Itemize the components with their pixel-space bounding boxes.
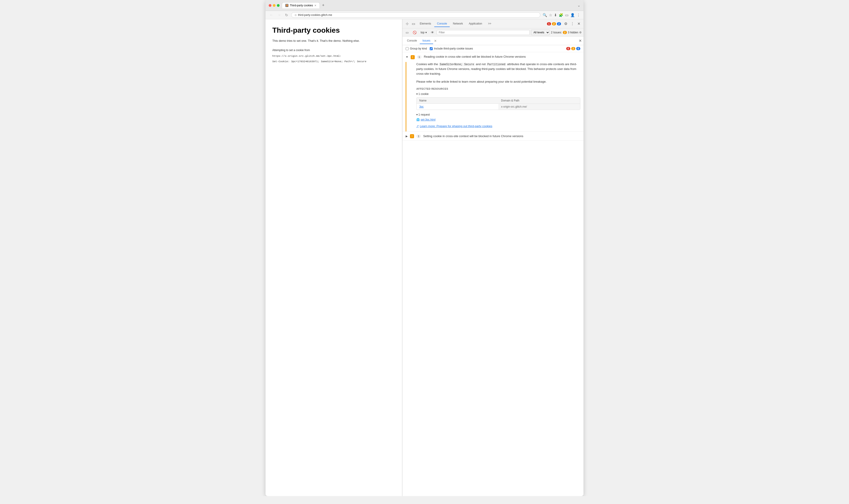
cookie-table-header: Name Domain & Path xyxy=(417,97,580,104)
issue-item-1: ▼ ! 1 Reading cookie in cross-site conte… xyxy=(403,52,583,132)
hidden-label: 3 hidden xyxy=(568,31,578,34)
clear-console-button[interactable]: 🚫 xyxy=(411,30,418,35)
nav-bar: ← → ↻ ⊙ third-party-cookies.glitch.me 🔍 … xyxy=(266,11,583,19)
cookie-table: Name Domain & Path 3pc x-origin-src.glit… xyxy=(416,97,580,110)
error-badge: 1 xyxy=(547,22,551,25)
maximize-button[interactable] xyxy=(277,4,280,7)
console-sidebar-button[interactable]: ▭ xyxy=(404,30,410,35)
security-icon: ⊙ xyxy=(295,14,297,17)
log-cookie: Set-Cookie: 3pc=1703240163971; SameSite=… xyxy=(272,59,395,64)
tab-elements[interactable]: Elements xyxy=(417,21,434,27)
issue-item-2: ▶ ! 1 Setting cookie in cross-site conte… xyxy=(403,132,583,141)
close-issues-panel-button[interactable]: ✕ xyxy=(579,39,582,43)
page-title: Third-party cookies xyxy=(272,26,395,35)
device-toggle-button[interactable]: ▭ xyxy=(410,20,417,27)
group-by-kind-checkbox[interactable] xyxy=(406,47,409,50)
include-third-party-text: Include third-party cookie issues xyxy=(434,47,473,50)
issue-1-title: Reading cookie in cross-site context wil… xyxy=(424,55,580,58)
cast-icon[interactable]: ▭ xyxy=(565,13,568,17)
minimize-button[interactable] xyxy=(273,4,276,7)
devtools-toolbar: ⊹ ▭ Elements Console Network Application… xyxy=(403,19,583,29)
tab-network[interactable]: Network xyxy=(450,21,466,27)
inspect-element-button[interactable]: ⊹ xyxy=(404,20,410,27)
title-bar: 🍪 Third-party cookies ✕ + ⌄ xyxy=(266,0,583,11)
bookmark-icon[interactable]: ☆ xyxy=(549,13,552,17)
zoom-icon[interactable]: 🔍 xyxy=(543,13,547,17)
issue-2-expand-icon[interactable]: ▶ xyxy=(406,134,408,138)
option-info-count: 0 xyxy=(576,47,580,50)
window-controls: ⌄ xyxy=(577,3,580,7)
traffic-lights xyxy=(269,4,280,7)
tab-console[interactable]: Console xyxy=(434,21,450,27)
tab-close-icon[interactable]: ✕ xyxy=(314,4,316,7)
context-select[interactable]: top ▾ xyxy=(419,30,428,35)
code-partitioned: Partitioned xyxy=(487,62,506,66)
reload-button[interactable]: ↻ xyxy=(284,13,289,18)
filter-input[interactable] xyxy=(437,30,530,35)
cookie-toggle[interactable]: ▾ 1 cookie xyxy=(416,92,580,95)
levels-select[interactable]: All levels xyxy=(531,30,550,35)
issues-warn-badge: 2 xyxy=(563,31,567,34)
back-button[interactable]: ← xyxy=(269,13,274,17)
tab-favicon: 🍪 xyxy=(285,4,288,7)
issues-counts: 0 2 0 xyxy=(566,47,580,50)
affected-resources: AFFECTED RESOURCES ▾ 1 cookie Name Domai… xyxy=(416,87,580,128)
tab-more[interactable]: >> xyxy=(485,21,494,27)
cookie-col-domain: Domain & Path xyxy=(498,97,580,104)
cookie-name-link[interactable]: 3pc xyxy=(417,104,498,110)
issue-1-description: Cookies with the SameSite=None; Secure a… xyxy=(416,62,580,76)
page-log: Attempting to set a cookie from https://… xyxy=(272,48,395,64)
download-icon[interactable]: ⬇ xyxy=(554,13,557,17)
include-third-party-label[interactable]: Include third-party cookie issues xyxy=(430,47,473,50)
issues-label: 2 Issues: xyxy=(551,31,562,34)
active-tab[interactable]: 🍪 Third-party cookies ✕ xyxy=(282,2,320,8)
warn-badge: 2 xyxy=(552,22,556,25)
affected-title: AFFECTED RESOURCES xyxy=(416,87,580,90)
issue-1-detail: Cookies with the SameSite=None; Secure a… xyxy=(406,62,583,131)
option-error-count: 0 xyxy=(566,47,570,50)
console-toolbar: ▭ 🚫 top ▾ 👁 All levels 2 Issues: 2 3 hid… xyxy=(403,29,583,37)
forward-button[interactable]: → xyxy=(277,13,282,17)
issues-tab-bar: Console Issues ✕ ✕ xyxy=(403,37,583,45)
new-tab-button[interactable]: + xyxy=(321,3,326,8)
address-bar[interactable]: ⊙ third-party-cookies.glitch.me xyxy=(291,12,540,18)
request-link[interactable]: 🌐 set-3pc.html xyxy=(416,118,580,121)
option-warn-count: 2 xyxy=(571,47,575,50)
issue-2-title: Setting cookie in cross-site context wil… xyxy=(423,134,580,138)
more-options-icon[interactable]: ⋮ xyxy=(569,20,576,27)
live-expressions-button[interactable]: 👁 xyxy=(429,30,436,35)
close-devtools-button[interactable]: ✕ xyxy=(576,20,582,27)
issues-tab-close-icon[interactable]: ✕ xyxy=(434,39,437,43)
nav-icons: 🔍 ☆ ⬇ 🧩 ▭ 👤 ⋮ xyxy=(543,13,580,17)
close-button[interactable] xyxy=(269,4,271,7)
cookie-resource-section: ▾ 1 cookie Name Domain & Path 3pc x-orig… xyxy=(416,92,580,110)
cursor-icon: ⊹ xyxy=(406,22,409,26)
issue-2-warning-icon: ! xyxy=(410,134,414,138)
context-dropdown-icon: ▾ xyxy=(425,31,427,34)
learn-more-link[interactable]: ↗ Learn more: Prepare for phasing out th… xyxy=(416,124,580,128)
log-url: https://x-origin-src.glitch.me/set-3pc.h… xyxy=(272,54,395,58)
issues-subtab[interactable]: Issues xyxy=(420,38,433,44)
issue-1-header[interactable]: ▼ ! 1 Reading cookie in cross-site conte… xyxy=(403,52,583,62)
devtools-panel: ⊹ ▭ Elements Console Network Application… xyxy=(402,19,583,496)
issues-settings-icon[interactable]: ⚙ xyxy=(579,31,582,34)
tab-application[interactable]: Application xyxy=(466,21,485,27)
extension-icon[interactable]: 🧩 xyxy=(559,13,563,17)
profile-icon[interactable]: 👤 xyxy=(570,13,575,17)
issue-1-collapse-icon[interactable]: ▼ xyxy=(406,55,408,58)
settings-icon[interactable]: ⚙ xyxy=(563,20,569,27)
learn-more-text: Learn more: Prepare for phasing out thir… xyxy=(420,124,492,128)
window-collapse-icon: ⌄ xyxy=(577,3,580,7)
info-badge: 2 xyxy=(557,22,561,25)
group-by-kind-label[interactable]: Group by kind xyxy=(406,47,427,50)
request-toggle[interactable]: ▾ 1 request xyxy=(416,113,580,116)
include-third-party-checkbox[interactable] xyxy=(430,47,433,50)
issues-list: ▼ ! 1 Reading cookie in cross-site conte… xyxy=(403,52,583,496)
menu-icon[interactable]: ⋮ xyxy=(577,13,580,17)
cookie-col-name: Name xyxy=(417,97,498,104)
issue-2-header[interactable]: ▶ ! 1 Setting cookie in cross-site conte… xyxy=(403,132,583,141)
address-text: third-party-cookies.glitch.me xyxy=(298,13,332,17)
log-prefix: Attempting to set a cookie from xyxy=(272,48,395,53)
issue-1-warning-icon: ! xyxy=(411,55,415,59)
console-subtab[interactable]: Console xyxy=(404,38,420,44)
